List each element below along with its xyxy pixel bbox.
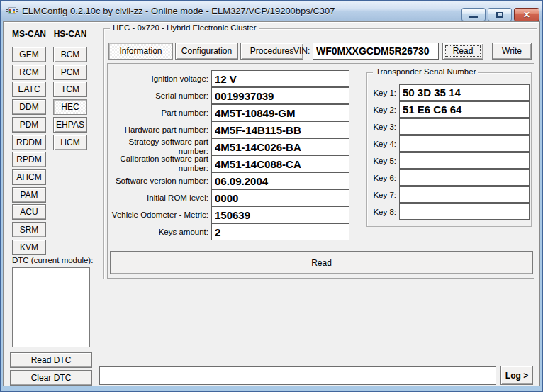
info-label: Ignition voltage: <box>108 70 208 87</box>
key-3-field[interactable] <box>399 118 530 135</box>
odometer-field[interactable] <box>211 206 349 223</box>
module-button-hec-selected[interactable]: HEC <box>53 99 87 115</box>
info-label: Calibration software part number: <box>108 155 208 172</box>
key-7-field[interactable] <box>399 186 530 203</box>
vin-label: VIN: <box>293 46 310 56</box>
initial-rom-field[interactable] <box>211 189 349 206</box>
info-label: Keys amount: <box>108 223 208 240</box>
module-button-ahcm[interactable]: AHCM <box>12 169 46 185</box>
module-button-eatc[interactable]: EATC <box>12 82 46 97</box>
key-4-field[interactable] <box>399 135 530 152</box>
module-button-rcm[interactable]: RCM <box>12 65 46 80</box>
ms-can-header: MS-CAN <box>12 29 46 39</box>
key-label: Key 4: <box>367 135 396 152</box>
clear-dtc-button[interactable]: Clear DTC <box>10 370 92 386</box>
app-window: ELMConfig 0.2.10c by civil-zz - Online m… <box>0 0 543 392</box>
module-button-rddm[interactable]: RDDM <box>12 135 46 150</box>
info-label: Serial number: <box>108 87 208 104</box>
tab-information[interactable]: Information <box>108 43 173 60</box>
key-label: Key 1: <box>367 84 396 101</box>
info-label: Initial ROM level: <box>108 189 208 206</box>
ignition-voltage-field[interactable] <box>211 70 349 87</box>
hs-can-header: HS-CAN <box>53 29 87 39</box>
vin-write-button[interactable]: Write <box>492 43 532 60</box>
key-2-field[interactable] <box>399 101 530 118</box>
key-label: Key 5: <box>367 152 396 169</box>
key-label: Key 7: <box>367 186 396 203</box>
log-button[interactable]: Log > <box>500 366 533 385</box>
transponder-groupbox: Transponder Serial Number Key 1: Key 2: … <box>366 72 532 227</box>
info-label: Vehicle Odometer - Metric: <box>108 206 208 223</box>
key-label: Key 8: <box>367 203 396 220</box>
keys-amount-field[interactable] <box>211 223 349 240</box>
module-button-acu[interactable]: ACU <box>12 204 46 220</box>
hardware-part-number-field[interactable] <box>211 121 349 138</box>
info-label: Part number: <box>108 104 208 121</box>
read-dtc-button[interactable]: Read DTC <box>10 352 92 368</box>
dtc-listbox[interactable] <box>12 267 90 347</box>
tab-configuration[interactable]: Configuration <box>175 43 238 60</box>
module-button-tcm[interactable]: TCM <box>53 82 87 97</box>
close-button[interactable]: ✕ <box>514 8 539 21</box>
close-icon: ✕ <box>523 10 530 20</box>
window-title: ELMConfig 0.2.10c by civil-zz - Online m… <box>22 6 335 16</box>
read-info-button[interactable]: Read <box>110 251 533 274</box>
info-label: Software version number: <box>108 172 208 189</box>
key-label: Key 3: <box>367 118 396 135</box>
status-input[interactable] <box>99 366 496 385</box>
minimize-button[interactable] <box>461 8 486 21</box>
key-5-field[interactable] <box>399 152 530 169</box>
maximize-icon <box>496 12 503 18</box>
strategy-software-field[interactable] <box>211 138 349 155</box>
info-label: Strategy software part number: <box>108 138 208 155</box>
calibration-software-field[interactable] <box>211 155 349 172</box>
module-button-bcm[interactable]: BCM <box>53 47 87 62</box>
module-button-ddm[interactable]: DDM <box>12 99 46 115</box>
module-button-kvm[interactable]: KVM <box>12 240 46 255</box>
information-panel: Ignition voltage: Serial number: Part nu… <box>107 63 534 279</box>
part-number-field[interactable] <box>211 104 349 121</box>
module-button-gem[interactable]: GEM <box>12 47 46 62</box>
key-label: Key 2: <box>367 101 396 118</box>
key-1-field[interactable] <box>399 84 530 101</box>
key-8-field[interactable] <box>399 203 530 220</box>
info-label: Hardware part number: <box>108 121 208 138</box>
key-label: Key 6: <box>367 169 396 186</box>
vin-read-button[interactable]: Read <box>442 43 483 60</box>
serial-number-field[interactable] <box>211 87 349 104</box>
module-groupbox: HEC - 0x720 - Hybrid Electronic Cluster … <box>103 28 537 279</box>
maximize-button[interactable] <box>488 8 512 21</box>
module-group-title: HEC - 0x720 - Hybrid Electronic Cluster <box>110 23 259 32</box>
module-button-pcm[interactable]: PCM <box>53 65 87 80</box>
module-button-pam[interactable]: PAM <box>12 187 46 203</box>
minimize-icon <box>469 16 478 18</box>
title-bar: ELMConfig 0.2.10c by civil-zz - Online m… <box>1 1 542 21</box>
software-version-field[interactable] <box>211 172 349 189</box>
app-icon <box>6 5 18 16</box>
module-button-pdm[interactable]: PDM <box>12 117 46 133</box>
module-button-rpdm[interactable]: RPDM <box>12 152 46 167</box>
module-button-hcm[interactable]: HCM <box>53 135 87 150</box>
module-button-ehpas[interactable]: EHPAS <box>53 117 87 133</box>
key-6-field[interactable] <box>399 169 530 186</box>
transponder-group-title: Transponder Serial Number <box>373 67 478 76</box>
vin-input[interactable] <box>313 43 439 60</box>
module-button-srm[interactable]: SRM <box>12 222 46 237</box>
dtc-label: DTC (current module): <box>12 256 93 264</box>
